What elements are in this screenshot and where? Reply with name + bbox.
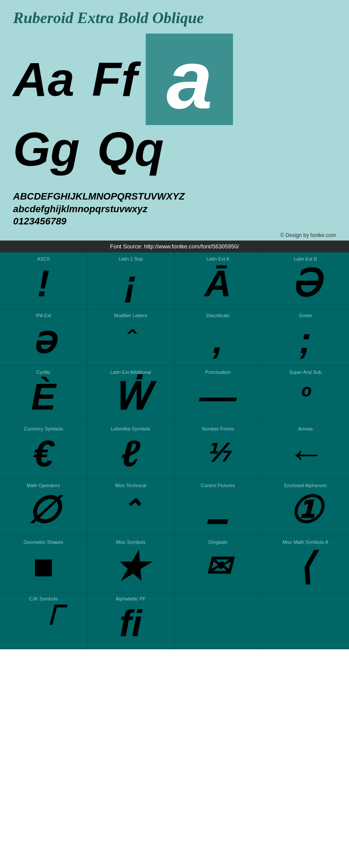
font-source-bar: Font Source: http://www.fontke.com/font/… xyxy=(0,241,349,252)
glyph-latin-ext-additional: Latin Ext Additional Ẇ xyxy=(87,366,174,423)
copyright: © Design by fontke.com xyxy=(0,230,349,241)
glyph-latin-ext-a: Latin Ext A Ā xyxy=(174,253,262,309)
glyph-ipa-ext: IPA Ext ə xyxy=(0,309,87,366)
letter-Ff: Ff xyxy=(92,55,137,103)
glyph-misc-technical: Misc Technical ⌃ xyxy=(87,479,174,536)
glyph-misc-math-a: Misc Math Symbols A ⟨ xyxy=(262,536,349,593)
glyph-modifier-letters: Modifier Letters ˆ xyxy=(87,309,174,366)
big-letter-a: a xyxy=(167,38,213,121)
glyph-punctuation: Punctuation — xyxy=(174,366,262,423)
glyph-cjk-symbols: CJK Symbols 「 xyxy=(0,593,87,649)
glyph-letterlike-symbols: Letterlike Symbols ℓ xyxy=(87,423,174,479)
glyph-number-forms: Number Forms ⅐ xyxy=(174,423,262,479)
letter-Aa: Aa xyxy=(13,55,75,103)
alphabet-uppercase: ABCDEFGHIJKLMNOPQRSTUVWXYZ xyxy=(13,190,336,203)
glyph-section: ASCII ! Latin 1 Sup ¡ Latin Ext A Ā Lati… xyxy=(0,252,349,649)
glyph-math-operators: Math Operators ∅ xyxy=(0,479,87,536)
alphabet-digits: 0123456789 xyxy=(13,215,336,228)
letter-Qq: Qq xyxy=(97,125,164,173)
glyph-geometric-shapes: Geometric Shapes ■ xyxy=(0,536,87,593)
alphabet-section: ABCDEFGHIJKLMNOPQRSTUVWXYZ abcdefghijklm… xyxy=(0,184,349,230)
glyph-diacriticals: Diacriticals , xyxy=(174,309,262,366)
glyph-currency-symbols: Currency Symbols € xyxy=(0,423,87,479)
glyph-alphabetic-pf: Alphabetic PF ﬁ xyxy=(87,593,174,649)
glyph-latin-ext-b: Latin Ext B Ə xyxy=(262,253,349,309)
glyph-empty-1 xyxy=(174,593,262,649)
glyph-arrows: Arrows ← xyxy=(262,423,349,479)
glyph-greek: Greek ; xyxy=(262,309,349,366)
glyph-control-pictures: Control Pictures ▁ xyxy=(174,479,262,536)
glyph-super-sub: Super And Sub º xyxy=(262,366,349,423)
glyph-enclosed-alphanum: Enclosed Alphanum ① xyxy=(262,479,349,536)
top-section: Ruberoid Extra Bold Oblique Aa Ff a Gg Q… xyxy=(0,0,349,184)
letter-Gg: Gg xyxy=(13,125,80,173)
font-title: Ruberoid Extra Bold Oblique xyxy=(13,9,336,27)
glyph-dingbats: Dingbats ✉ xyxy=(174,536,262,593)
glyph-misc-symbols: Misc Symbols ★ xyxy=(87,536,174,593)
glyph-empty-2 xyxy=(262,593,349,649)
glyph-cyrillic: Cyrillic È xyxy=(0,366,87,423)
glyph-latin1sup: Latin 1 Sup ¡ xyxy=(87,253,174,309)
glyph-grid: ASCII ! Latin 1 Sup ¡ Latin Ext A Ā Lati… xyxy=(0,252,349,649)
big-letter-box: a xyxy=(146,34,233,125)
alphabet-lowercase: abcdefghijklmnopqrstuvwxyz xyxy=(13,203,336,216)
glyph-ascii: ASCII ! xyxy=(0,253,87,309)
